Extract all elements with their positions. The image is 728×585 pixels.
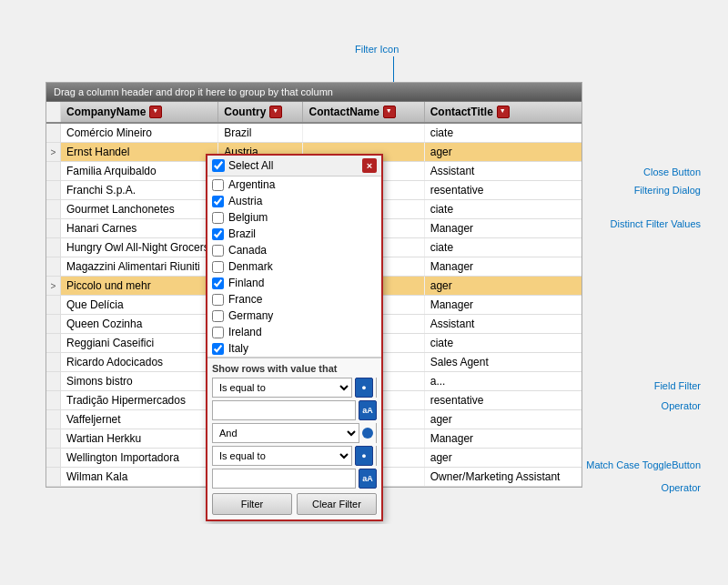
col-label-company: CompanyName bbox=[66, 106, 146, 118]
cell-contact bbox=[303, 124, 424, 142]
filter-icon-country[interactable] bbox=[269, 106, 282, 118]
cell-title: Manager bbox=[425, 429, 581, 448]
filter-icon-title[interactable] bbox=[497, 106, 510, 118]
country-checkbox[interactable] bbox=[212, 228, 224, 240]
country-checkbox[interactable] bbox=[212, 277, 224, 289]
operator1-select[interactable]: Is equal to Is not equal to Starts with … bbox=[212, 378, 352, 398]
match-case-annotation: Match Case ToggleButton bbox=[586, 459, 701, 470]
cell-company: Wartian Herkku bbox=[61, 429, 218, 448]
cell-company: Piccolo und mehr bbox=[61, 277, 218, 295]
operator2-row: Is equal to Is not equal to Starts with … bbox=[212, 446, 377, 466]
header-company: CompanyName bbox=[61, 102, 218, 122]
header-contact: ContactName bbox=[303, 102, 424, 122]
row-indicator bbox=[46, 353, 61, 371]
row-indicator: > bbox=[46, 143, 61, 161]
cell-company: Reggiani Caseifici bbox=[61, 334, 218, 352]
divider3 bbox=[376, 446, 377, 466]
aa-button1[interactable]: aA bbox=[359, 400, 377, 420]
filter-list[interactable]: Argentina Austria Belgium Brazil Canada … bbox=[207, 177, 381, 358]
cell-country: Brazil bbox=[218, 124, 303, 142]
country-label: Canada bbox=[228, 244, 267, 257]
row-indicator bbox=[46, 296, 61, 314]
country-label: Austria bbox=[228, 195, 262, 207]
cell-title: a... bbox=[425, 372, 581, 390]
cell-company: Tradição Hipermercados bbox=[61, 391, 218, 409]
clear-filter-button[interactable]: Clear Filter bbox=[297, 493, 377, 515]
operator2-select[interactable]: Is equal to Is not equal to Starts with … bbox=[212, 446, 352, 466]
select-all-label: Select All bbox=[228, 159, 359, 172]
cell-company: Simons bistro bbox=[61, 372, 218, 390]
list-item[interactable]: Finland bbox=[207, 275, 381, 291]
list-item[interactable]: Germany bbox=[207, 308, 381, 324]
match-case-toggle1[interactable]: ● bbox=[355, 378, 373, 398]
filter-icon-annotation: Filter Icon bbox=[355, 44, 399, 55]
row-indicator bbox=[46, 238, 61, 257]
close-button-annotation: Close Button bbox=[643, 166, 701, 177]
group-drag-header: Drag a column header and drop it here to… bbox=[46, 83, 581, 102]
operator-annotation: Operator bbox=[662, 400, 701, 411]
cell-title: Owner/Marketing Assistant bbox=[425, 468, 581, 486]
country-checkbox[interactable] bbox=[212, 294, 224, 306]
cell-title: resentative bbox=[425, 181, 581, 199]
cell-title: Assistant bbox=[425, 162, 581, 180]
country-checkbox[interactable] bbox=[212, 343, 224, 355]
filter-icon-contact[interactable] bbox=[383, 106, 396, 118]
list-item[interactable]: Brazil bbox=[207, 226, 381, 242]
col-label-contact: ContactName bbox=[308, 106, 379, 118]
country-checkbox[interactable] bbox=[212, 310, 224, 322]
country-label: Germany bbox=[228, 309, 273, 322]
close-button[interactable]: × bbox=[362, 158, 377, 173]
divider2 bbox=[376, 423, 377, 443]
country-checkbox[interactable] bbox=[212, 245, 224, 257]
value1-input[interactable] bbox=[212, 400, 356, 420]
row-indicator: > bbox=[46, 277, 61, 295]
cell-title: ciate bbox=[425, 334, 581, 352]
filter-button[interactable]: Filter bbox=[212, 493, 292, 515]
list-item[interactable]: Austria bbox=[207, 193, 381, 209]
cell-title: ager bbox=[425, 143, 581, 161]
col-label-country: Country bbox=[224, 106, 266, 118]
field-filter-label: Show rows with value that bbox=[212, 363, 377, 374]
list-item[interactable]: Denmark bbox=[207, 258, 381, 275]
row-indicator bbox=[46, 257, 61, 276]
cell-title: ager bbox=[425, 277, 581, 295]
country-label: Denmark bbox=[228, 260, 273, 273]
country-label: Finland bbox=[228, 277, 264, 289]
divider1 bbox=[376, 378, 377, 398]
cell-company: Gourmet Lanchonetes bbox=[61, 200, 218, 218]
operator1-row: Is equal to Is not equal to Starts with … bbox=[212, 378, 377, 398]
country-checkbox[interactable] bbox=[212, 261, 224, 273]
row-indicator bbox=[46, 200, 61, 218]
country-checkbox[interactable] bbox=[212, 212, 224, 224]
logical-select[interactable]: And Or bbox=[212, 423, 359, 443]
select-all-checkbox[interactable] bbox=[212, 159, 225, 172]
list-item[interactable]: Belgium bbox=[207, 209, 381, 226]
list-item[interactable]: Italy bbox=[207, 340, 381, 357]
cell-title: ager bbox=[425, 410, 581, 429]
row-indicator bbox=[46, 449, 61, 467]
match-case-toggle2[interactable]: ● bbox=[355, 446, 373, 466]
value2-input[interactable] bbox=[212, 469, 356, 489]
country-checkbox[interactable] bbox=[212, 179, 224, 191]
table-row[interactable]: Comércio Mineiro Brazil ciate bbox=[46, 124, 581, 143]
list-item[interactable]: Canada bbox=[207, 242, 381, 258]
filter-icon-company[interactable] bbox=[149, 106, 162, 118]
list-item[interactable]: France bbox=[207, 291, 381, 308]
cell-title: ciate bbox=[425, 238, 581, 257]
cell-company: Queen Cozinha bbox=[61, 315, 218, 333]
filter-dialog: Select All × Argentina Austria Belgium B… bbox=[206, 154, 383, 521]
list-item[interactable]: Ireland bbox=[207, 324, 381, 340]
list-item[interactable]: Argentina bbox=[207, 177, 381, 193]
cell-company: Familia Arquibaldo bbox=[61, 162, 218, 180]
country-label: Belgium bbox=[228, 211, 268, 224]
row-indicator bbox=[46, 219, 61, 237]
country-checkbox[interactable] bbox=[212, 196, 224, 207]
country-label: Ireland bbox=[228, 326, 262, 338]
country-checkbox[interactable] bbox=[212, 327, 224, 338]
filtering-dialog-annotation: Filtering Dialog bbox=[634, 185, 701, 196]
cell-company: Ricardo Adocicados bbox=[61, 353, 218, 371]
value2-row: aA bbox=[212, 469, 377, 489]
aa-button2[interactable]: aA bbox=[359, 469, 377, 489]
country-label: Italy bbox=[228, 342, 248, 355]
cell-company: Wellington Importadora bbox=[61, 449, 218, 467]
